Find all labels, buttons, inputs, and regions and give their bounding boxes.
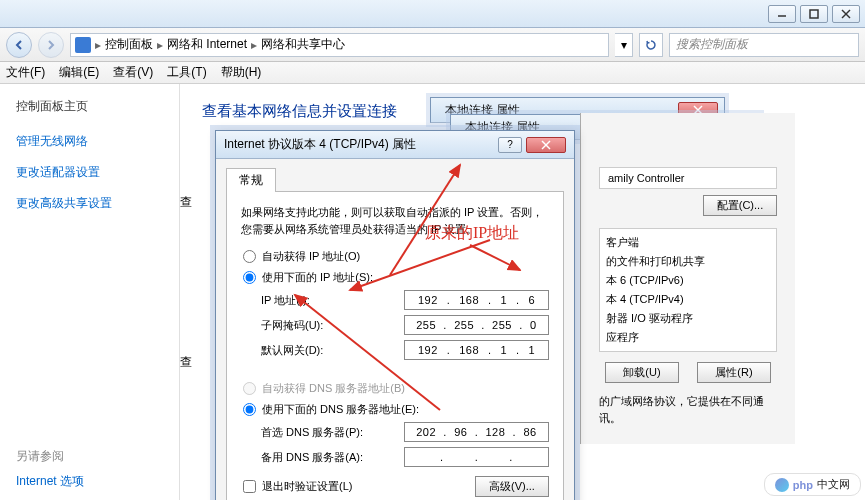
sidebar-home[interactable]: 控制面板主页 <box>16 98 163 115</box>
breadcrumb-item[interactable]: 网络和 Internet <box>167 36 247 53</box>
close-button[interactable] <box>526 137 566 153</box>
logo-icon <box>775 478 789 492</box>
radio-label: 自动获得 DNS 服务器地址(B) <box>262 381 405 396</box>
breadcrumb-item[interactable]: 控制面板 <box>105 36 153 53</box>
maximize-button[interactable] <box>800 5 828 23</box>
menu-view[interactable]: 查看(V) <box>113 64 153 81</box>
list-item[interactable]: 本 4 (TCP/IPv4) <box>606 290 770 309</box>
input-default-gateway[interactable]: 192.168.1.1 <box>404 340 549 360</box>
list-item[interactable]: 的文件和打印机共享 <box>606 252 770 271</box>
refresh-button[interactable] <box>639 33 663 57</box>
sidebar-link-internet-options[interactable]: Internet 选项 <box>16 473 84 490</box>
uninstall-button[interactable]: 卸载(U) <box>605 362 679 383</box>
chevron-right-icon: ▸ <box>251 38 257 52</box>
watermark: php 中文网 <box>764 473 861 496</box>
input-subnet-mask[interactable]: 255.255.255.0 <box>404 315 549 335</box>
window-titlebar <box>0 0 865 28</box>
adapter-name-box: amily Controller <box>599 167 777 189</box>
breadcrumb[interactable]: ▸ 控制面板 ▸ 网络和 Internet ▸ 网络和共享中心 <box>70 33 609 57</box>
menu-file[interactable]: 文件(F) <box>6 64 45 81</box>
protocol-list[interactable]: 客户端 的文件和打印机共享 本 6 (TCP/IPv6) 本 4 (TCP/IP… <box>599 228 777 352</box>
advanced-button[interactable]: 高级(V)... <box>475 476 549 497</box>
control-panel-icon <box>75 37 91 53</box>
input-dns-secondary[interactable]: ... <box>404 447 549 467</box>
properties-button[interactable]: 属性(R) <box>697 362 771 383</box>
minimize-button[interactable] <box>768 5 796 23</box>
menu-help[interactable]: 帮助(H) <box>221 64 262 81</box>
radio-label: 使用下面的 DNS 服务器地址(E): <box>262 402 419 417</box>
help-button[interactable]: ? <box>498 137 522 153</box>
adapter-name-text: amily Controller <box>608 172 684 184</box>
close-button[interactable] <box>832 5 860 23</box>
radio-manual-ip[interactable]: 使用下面的 IP 地址(S): <box>243 270 549 285</box>
sidebar: 控制面板主页 管理无线网络 更改适配器设置 更改高级共享设置 另请参阅 Inte… <box>0 84 180 500</box>
radio-auto-ip[interactable]: 自动获得 IP 地址(O) <box>243 249 549 264</box>
configure-button[interactable]: 配置(C)... <box>703 195 777 216</box>
tab-panel-general: 如果网络支持此功能，则可以获取自动指派的 IP 设置。否则，您需要从网络系统管理… <box>226 191 564 500</box>
label-ip-address: IP 地址(I): <box>261 293 310 308</box>
search-placeholder: 搜索控制面板 <box>676 36 748 53</box>
cut-text: 查 <box>180 194 192 211</box>
sidebar-link-wireless[interactable]: 管理无线网络 <box>16 133 163 150</box>
label-subnet: 子网掩码(U): <box>261 318 323 333</box>
dialog-title-text: Internet 协议版本 4 (TCP/IPv4) 属性 <box>224 136 416 153</box>
checkbox-label: 退出时验证设置(L) <box>262 479 352 494</box>
tab-general[interactable]: 常规 <box>226 168 276 192</box>
protocol-description: 的广域网络协议，它提供在不同通讯。 <box>599 393 777 426</box>
watermark-prefix: php <box>793 479 813 491</box>
input-dns-primary[interactable]: 202.96.128.86 <box>404 422 549 442</box>
sidebar-see-also-label: 另请参阅 <box>16 449 64 463</box>
nav-forward-button[interactable] <box>38 32 64 58</box>
watermark-text: 中文网 <box>817 477 850 492</box>
sidebar-footer: 另请参阅 Internet 选项 <box>16 448 84 490</box>
list-item[interactable]: 本 6 (TCP/IPv6) <box>606 271 770 290</box>
menu-tools[interactable]: 工具(T) <box>167 64 206 81</box>
input-ip-address[interactable]: 192.168.1.6 <box>404 290 549 310</box>
svg-rect-1 <box>810 10 818 18</box>
chevron-right-icon: ▸ <box>95 38 101 52</box>
breadcrumb-item[interactable]: 网络和共享中心 <box>261 36 345 53</box>
list-item[interactable]: 客户端 <box>606 233 770 252</box>
sidebar-link-sharing[interactable]: 更改高级共享设置 <box>16 195 163 212</box>
label-gateway: 默认网关(D): <box>261 343 323 358</box>
chevron-right-icon: ▸ <box>157 38 163 52</box>
label-dns-primary: 首选 DNS 服务器(P): <box>261 425 363 440</box>
label-dns-secondary: 备用 DNS 服务器(A): <box>261 450 363 465</box>
menu-bar: 文件(F) 编辑(E) 查看(V) 工具(T) 帮助(H) <box>0 62 865 84</box>
dialog-titlebar[interactable]: Internet 协议版本 4 (TCP/IPv4) 属性 ? <box>216 131 574 159</box>
nav-back-button[interactable] <box>6 32 32 58</box>
list-item[interactable]: 应程序 <box>606 328 770 347</box>
radio-label: 使用下面的 IP 地址(S): <box>262 270 373 285</box>
list-item[interactable]: 射器 I/O 驱动程序 <box>606 309 770 328</box>
menu-edit[interactable]: 编辑(E) <box>59 64 99 81</box>
cut-text: 查 <box>180 354 192 371</box>
dialog-description: 如果网络支持此功能，则可以获取自动指派的 IP 设置。否则，您需要从网络系统管理… <box>241 204 549 237</box>
adapter-properties-panel: amily Controller 配置(C)... 客户端 的文件和打印机共享 … <box>580 113 795 444</box>
search-input[interactable]: 搜索控制面板 <box>669 33 859 57</box>
radio-auto-dns: 自动获得 DNS 服务器地址(B) <box>243 381 549 396</box>
sidebar-link-adapter[interactable]: 更改适配器设置 <box>16 164 163 181</box>
radio-label: 自动获得 IP 地址(O) <box>262 249 360 264</box>
ipv4-properties-dialog: Internet 协议版本 4 (TCP/IPv4) 属性 ? 常规 如果网络支… <box>215 130 575 500</box>
breadcrumb-dropdown[interactable]: ▾ <box>615 33 633 57</box>
radio-manual-dns[interactable]: 使用下面的 DNS 服务器地址(E): <box>243 402 549 417</box>
nav-bar: ▸ 控制面板 ▸ 网络和 Internet ▸ 网络和共享中心 ▾ 搜索控制面板 <box>0 28 865 62</box>
